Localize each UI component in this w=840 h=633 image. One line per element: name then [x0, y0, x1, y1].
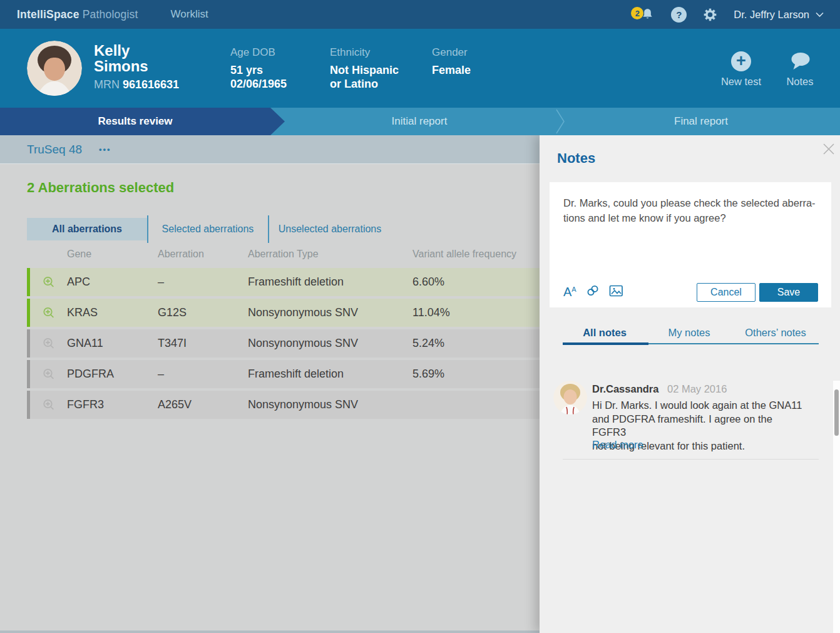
dob-value: 02/06/1965	[230, 77, 287, 91]
tab-unselected-aberrations[interactable]: Unselected aberrations	[269, 218, 391, 240]
gear-icon	[703, 8, 717, 22]
tab-others-notes[interactable]: Others’ notes	[745, 327, 806, 339]
cell-vaf: 11.04%	[412, 299, 450, 327]
cell-gene: FGFR3	[67, 391, 104, 419]
step-final-report[interactable]: Final report	[638, 108, 764, 135]
active-tab-underline	[563, 342, 648, 345]
patient-avatar	[27, 41, 82, 96]
column-header-gene: Gene	[67, 249, 91, 260]
cell-aberration: G12S	[158, 299, 187, 327]
patient-ethnicity: Ethnicity Not Hispanic or Latino	[330, 46, 399, 91]
topnav-actions: 2 Dr. Jeffry Larson	[633, 6, 840, 23]
user-name: Dr. Jeffry Larson	[734, 9, 809, 21]
top-nav: IntelliSpace Pathologist Worklist 2 Dr. …	[0, 0, 840, 29]
table-row-pdgfra[interactable]: PDGFRA – Frameshift deletion 5.69%	[27, 360, 540, 388]
mrn-label: MRN	[94, 78, 120, 91]
column-header-aberration: Aberration	[158, 249, 204, 260]
notes-panel-title: Notes	[557, 150, 595, 167]
patient-identity: Kelly Simons MRN 961616631	[94, 43, 179, 91]
cell-aberration-type: Frameshift deletion	[248, 360, 344, 388]
note-author: Dr.Cassandra	[592, 383, 658, 394]
user-menu[interactable]: Dr. Jeffry Larson	[734, 9, 824, 21]
cell-gene: GNA11	[67, 329, 103, 358]
tab-selected-aberrations[interactable]: Selected aberrations	[148, 218, 268, 240]
cell-aberration: A265V	[158, 391, 192, 419]
tab-all-aberrations[interactable]: All aberrations	[27, 218, 147, 240]
workflow-steps: Results review Initial report Final repo…	[0, 108, 840, 135]
tab-my-notes[interactable]: My notes	[668, 327, 710, 339]
notes-panel: Notes Dr. Marks, could you please check …	[540, 135, 840, 633]
panel-title: TruSeq 48	[27, 143, 82, 157]
table-row-gna11[interactable]: GNA11 T347I Nonsynonymous SNV 5.24%	[27, 329, 540, 358]
app-title-primary: IntelliSpace	[17, 8, 79, 21]
editor-toolbar	[563, 281, 623, 300]
column-header-vaf: Variant allele frequency	[412, 249, 516, 260]
age-value: 51 yrs	[230, 63, 287, 77]
gender-value: Female	[432, 63, 471, 77]
patient-mrn: MRN 961616631	[94, 78, 179, 91]
notes-scrollbar-track[interactable]	[833, 381, 840, 633]
notes-scrollbar-thumb[interactable]	[834, 389, 839, 436]
magnifier-plus-icon[interactable]	[41, 398, 56, 413]
app-title: IntelliSpace Pathologist	[17, 8, 138, 21]
new-test-button[interactable]: New test	[714, 51, 769, 88]
tab-all-notes[interactable]: All notes	[583, 327, 627, 339]
cell-vaf: 6.60%	[412, 268, 444, 296]
step-initial-report[interactable]: Initial report	[357, 108, 482, 135]
bottom-edge	[0, 630, 540, 633]
notes-button[interactable]: Notes	[774, 51, 826, 88]
magnifier-plus-icon[interactable]	[41, 336, 56, 351]
nav-worklist[interactable]: Worklist	[171, 8, 208, 21]
cell-vaf: 5.24%	[412, 329, 444, 358]
note-date: 02 May 2016	[667, 383, 727, 394]
save-button[interactable]: Save	[759, 283, 818, 302]
cell-aberration-type: Frameshift deletion	[248, 268, 344, 296]
plus-circle-icon	[731, 51, 751, 71]
cell-gene: KRAS	[67, 299, 98, 327]
cell-vaf: 5.69%	[412, 360, 444, 388]
read-more-link[interactable]: Read more	[592, 439, 643, 451]
cell-aberration-type: Nonsynonymous SNV	[248, 299, 358, 327]
patient-first-name: Kelly	[94, 43, 179, 58]
step-results-review[interactable]: Results review	[0, 108, 285, 135]
note-author-avatar	[553, 381, 587, 414]
close-icon[interactable]	[822, 143, 835, 155]
step-separator-chevron	[556, 108, 565, 135]
image-icon[interactable]	[609, 284, 623, 297]
ethnicity-value: Not Hispanic or Latino	[330, 63, 399, 91]
cell-aberration-type: Nonsynonymous SNV	[248, 329, 358, 358]
mrn-value: 961616631	[123, 78, 179, 91]
notifications-button[interactable]: 2	[633, 6, 655, 23]
chevron-down-icon	[816, 12, 824, 18]
note-header: Dr.Cassandra 02 May 2016	[592, 383, 727, 395]
cell-aberration-type: Nonsynonymous SNV	[248, 391, 358, 419]
magnifier-plus-icon[interactable]	[41, 306, 56, 321]
magnifier-plus-icon[interactable]	[41, 275, 56, 290]
note-editor-card: Dr. Marks, could you please check the se…	[550, 182, 831, 307]
ellipsis-menu[interactable]: •••	[99, 145, 111, 154]
note-editor[interactable]: Dr. Marks, could you please check the se…	[563, 195, 817, 225]
new-test-label: New test	[721, 76, 761, 88]
table-row-fgfr3[interactable]: FGFR3 A265V Nonsynonymous SNV	[27, 391, 540, 419]
patient-age-dob: Age DOB 51 yrs 02/06/1965	[230, 46, 287, 91]
text-size-icon[interactable]	[563, 283, 576, 299]
cell-aberration: –	[158, 268, 164, 296]
notes-button-label: Notes	[786, 76, 813, 88]
table-row-kras[interactable]: KRAS G12S Nonsynonymous SNV 11.04%	[27, 299, 540, 327]
table-row-apc[interactable]: APC – Frameshift deletion 6.60%	[27, 268, 540, 296]
column-header-aberration-type: Aberration Type	[248, 249, 319, 260]
patient-gender: Gender Female	[432, 46, 471, 77]
app-title-secondary: Pathologist	[79, 8, 138, 21]
magnifier-plus-icon[interactable]	[41, 367, 56, 382]
settings-button[interactable]	[703, 8, 717, 22]
link-icon[interactable]	[585, 283, 600, 298]
cell-gene: PDGFRA	[67, 360, 114, 388]
gender-label: Gender	[432, 46, 471, 59]
cancel-button[interactable]: Cancel	[697, 283, 755, 302]
speech-bubble-icon	[788, 51, 812, 71]
cell-aberration: –	[158, 360, 164, 388]
help-button[interactable]	[671, 7, 687, 23]
patient-header: Kelly Simons MRN 961616631 Age DOB 51 yr…	[0, 29, 840, 108]
ethnicity-label: Ethnicity	[330, 46, 399, 59]
cell-gene: APC	[67, 268, 90, 296]
